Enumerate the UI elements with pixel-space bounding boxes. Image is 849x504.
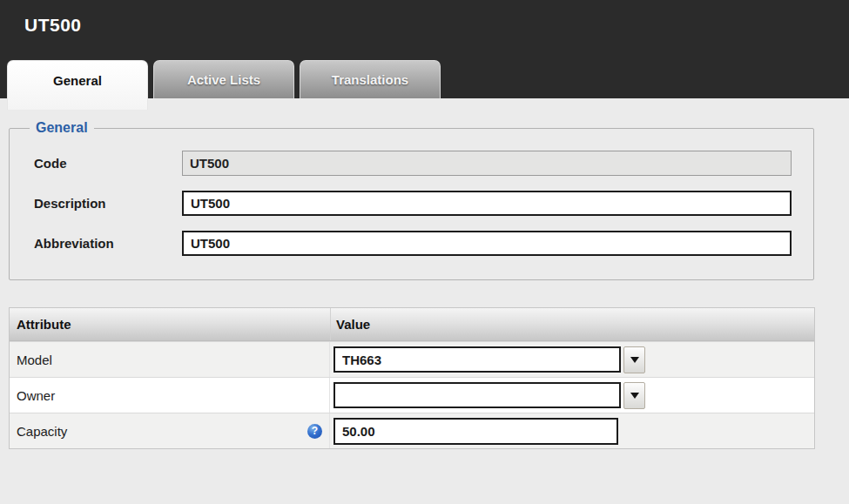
general-legend: General [30,120,94,136]
tab-active-lists[interactable]: Active Lists [153,60,294,98]
code-field [182,151,792,176]
chevron-down-icon [630,393,639,399]
tab-bar: General Active Lists Translations [7,60,441,98]
model-dropdown-button[interactable] [623,346,645,373]
code-row: Code [34,151,813,176]
owner-dropdown-input[interactable] [334,382,621,408]
help-icon[interactable]: ? [307,424,322,439]
app-window: UT500 General Active Lists Translations … [0,0,849,504]
model-dropdown-input[interactable] [334,346,621,373]
owner-dropdown-button[interactable] [623,382,645,409]
page-header: UT500 General Active Lists Translations [0,0,849,98]
description-row: Description [34,191,813,216]
description-label: Description [34,196,182,211]
attribute-column-header: Attribute [10,317,330,332]
owner-label: Owner [17,388,55,403]
model-label: Model [17,353,52,367]
capacity-field[interactable] [334,418,618,445]
value-column-header: Value [330,308,814,340]
code-label: Code [34,156,182,171]
table-row-model: Model [10,341,814,377]
owner-dropdown [334,382,645,409]
attributes-table-header: Attribute Value [10,308,814,341]
description-field[interactable] [182,191,792,216]
general-fieldset: General Code Description Abbreviation [9,120,814,280]
table-row-owner: Owner [10,377,814,413]
tab-content-general: General Code Description Abbreviation At… [0,98,849,449]
abbreviation-label: Abbreviation [34,236,182,251]
abbreviation-row: Abbreviation [34,231,813,256]
chevron-down-icon [630,357,639,363]
capacity-label: Capacity [17,424,67,439]
abbreviation-field[interactable] [182,231,792,256]
model-dropdown [334,346,645,373]
table-row-capacity: Capacity ? [10,413,814,448]
attributes-table: Attribute Value Model [9,307,815,449]
tab-general[interactable]: General [7,60,148,110]
page-title: UT500 [24,15,82,36]
tab-translations[interactable]: Translations [300,60,441,98]
